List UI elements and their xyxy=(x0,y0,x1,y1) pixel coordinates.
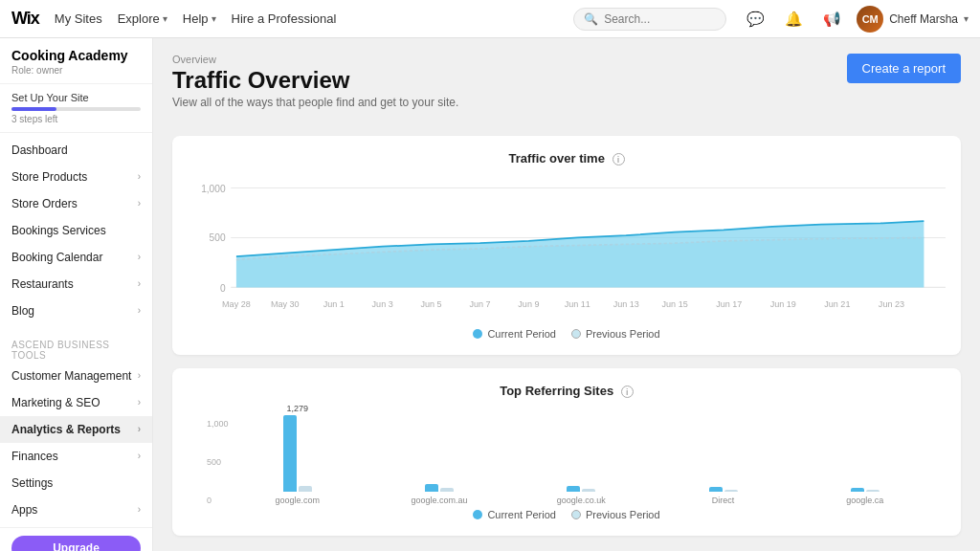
y-label-500: 500 xyxy=(207,457,229,467)
bars-wrapper-direct xyxy=(661,487,784,492)
sidebar-item-analytics-reports[interactable]: Analytics & Reports › xyxy=(0,416,152,443)
bar-label-google-com-au: google.com.au xyxy=(411,496,467,505)
search-bar[interactable]: 🔍 xyxy=(573,8,726,31)
traffic-chart-card: Traffic over time i 1,000 500 0 xyxy=(172,136,961,355)
megaphone-icon[interactable]: 📢 xyxy=(818,6,845,33)
legend-current-dot xyxy=(473,329,482,339)
referring-sites-legend: Current Period Previous Period xyxy=(188,509,946,520)
restaurants-chevron-icon: › xyxy=(138,278,141,289)
create-report-button[interactable]: Create a report xyxy=(847,54,961,83)
bar-current-direct xyxy=(709,487,723,492)
top-navigation: Wix My Sites Explore ▾ Help ▾ Hire a Pro… xyxy=(0,0,980,38)
y-label-1000: 1,000 xyxy=(207,419,229,429)
chat-icon[interactable]: 💬 xyxy=(742,6,768,33)
sidebar-item-restaurants[interactable]: Restaurants › xyxy=(0,271,152,298)
progress-fill xyxy=(11,107,56,111)
user-avatar[interactable]: CM Cheff Marsha ▾ xyxy=(857,6,969,33)
sidebar-bottom: Upgrade ✏️ Edit Site xyxy=(0,527,152,551)
page-title: Traffic Overview xyxy=(172,67,458,94)
legend-previous-dot xyxy=(571,329,581,339)
svg-text:May 30: May 30 xyxy=(271,299,300,309)
svg-text:Jun 5: Jun 5 xyxy=(421,299,442,309)
customer-mgmt-chevron-icon: › xyxy=(138,370,141,381)
booking-calendar-chevron-icon: › xyxy=(138,252,141,262)
bars-wrapper-google-co-uk xyxy=(520,486,642,492)
upgrade-button[interactable]: Upgrade xyxy=(11,536,141,551)
ascend-section-title: Ascend Business Tools xyxy=(0,332,152,363)
traffic-chart-svg: 1,000 500 0 May 28 May 30 Jun 1 Jun 3 xyxy=(188,177,946,320)
marketing-seo-chevron-icon: › xyxy=(138,397,141,408)
sidebar-item-blog[interactable]: Blog › xyxy=(0,298,152,324)
sidebar-item-marketing-seo[interactable]: Marketing & SEO › xyxy=(0,389,152,416)
bar-legend-current: Current Period xyxy=(473,509,556,520)
store-orders-chevron-icon: › xyxy=(138,198,141,209)
bar-legend-previous-label: Previous Period xyxy=(586,509,660,520)
bar-group-direct: Direct xyxy=(661,487,784,505)
traffic-chart-legend: Current Period Previous Period xyxy=(188,328,946,340)
traffic-chart-title: Traffic over time i xyxy=(188,151,946,165)
apps-chevron-icon: › xyxy=(138,504,141,515)
sidebar-item-store-products[interactable]: Store Products › xyxy=(0,164,152,190)
sidebar-item-settings[interactable]: Settings xyxy=(0,470,152,496)
traffic-info-icon[interactable]: i xyxy=(612,153,625,165)
bar-label-google-com: google.com xyxy=(275,496,320,505)
setup-label: Set Up Your Site xyxy=(11,92,141,103)
nav-my-sites[interactable]: My Sites xyxy=(55,11,102,26)
bar-current-google-ca xyxy=(851,488,864,492)
svg-text:Jun 9: Jun 9 xyxy=(518,299,539,309)
site-role: Role: owner xyxy=(11,65,141,76)
bar-label-direct: Direct xyxy=(712,496,735,505)
sidebar-item-dashboard[interactable]: Dashboard xyxy=(0,137,152,164)
y-label-0: 0 xyxy=(207,496,229,505)
blog-chevron-icon: › xyxy=(138,305,141,316)
svg-text:Jun 7: Jun 7 xyxy=(469,299,490,309)
bar-chart: 1,000 500 0 1,279 google.com xyxy=(188,409,946,505)
bars-container: 1,279 google.com google.com.au xyxy=(236,404,926,505)
svg-text:Jun 11: Jun 11 xyxy=(565,299,590,309)
svg-text:Jun 3: Jun 3 xyxy=(372,299,393,309)
svg-text:May 28: May 28 xyxy=(222,299,251,309)
svg-text:1,000: 1,000 xyxy=(201,184,226,194)
bars-wrapper-google-ca xyxy=(804,488,926,492)
legend-current-label: Current Period xyxy=(487,328,556,340)
bar-previous-direct xyxy=(724,490,738,492)
sidebar-item-store-orders[interactable]: Store Orders › xyxy=(0,190,152,217)
main-nav-section: Dashboard Store Products › Store Orders … xyxy=(0,133,152,328)
search-input[interactable] xyxy=(604,12,716,26)
nav-hire-professional[interactable]: Hire a Professional xyxy=(232,11,337,26)
bar-legend-current-label: Current Period xyxy=(487,509,556,520)
bell-icon[interactable]: 🔔 xyxy=(780,6,807,33)
header-row: Overview Traffic Overview View all of th… xyxy=(172,54,961,122)
sidebar-item-apps[interactable]: Apps › xyxy=(0,496,152,523)
svg-text:0: 0 xyxy=(220,283,226,294)
bar-current-google-co-uk xyxy=(567,486,580,492)
main-content: Overview Traffic Overview View all of th… xyxy=(153,38,980,551)
sidebar-item-bookings-services[interactable]: Bookings Services xyxy=(0,217,152,244)
bar-legend-current-dot xyxy=(473,510,482,519)
bar-chart-y-axis: 1,000 500 0 xyxy=(207,419,229,505)
bar-current-google-com-au xyxy=(425,484,438,492)
sidebar-item-booking-calendar[interactable]: Booking Calendar › xyxy=(0,244,152,271)
store-products-chevron-icon: › xyxy=(138,171,141,182)
bar-group-google-co-uk: google.co.uk xyxy=(520,486,642,505)
site-header: Cooking Academy Role: owner xyxy=(0,38,152,84)
search-icon: 🔍 xyxy=(584,12,598,26)
bar-previous-google-com xyxy=(299,486,312,492)
nav-explore[interactable]: Explore ▾ xyxy=(118,11,167,26)
bar-group-google-com-au: google.com.au xyxy=(378,484,501,505)
referring-info-icon[interactable]: i xyxy=(621,386,634,398)
svg-text:Jun 13: Jun 13 xyxy=(613,299,639,309)
wix-logo[interactable]: Wix xyxy=(11,9,39,29)
bar-previous-google-co-uk xyxy=(582,489,595,492)
sidebar-item-finances[interactable]: Finances › xyxy=(0,443,152,470)
svg-text:500: 500 xyxy=(210,232,226,243)
svg-text:Jun 1: Jun 1 xyxy=(323,299,345,309)
bar-previous-google-ca xyxy=(866,490,880,492)
sidebar-item-customer-management[interactable]: Customer Management › xyxy=(0,363,152,389)
analytics-chevron-icon: › xyxy=(138,424,141,434)
page-subtitle: View all of the ways that people find an… xyxy=(172,96,458,109)
site-name: Cooking Academy xyxy=(11,48,141,64)
bars-wrapper-google-com-au xyxy=(378,484,501,492)
main-body: Cooking Academy Role: owner Set Up Your … xyxy=(0,38,980,551)
nav-help[interactable]: Help ▾ xyxy=(183,11,216,26)
